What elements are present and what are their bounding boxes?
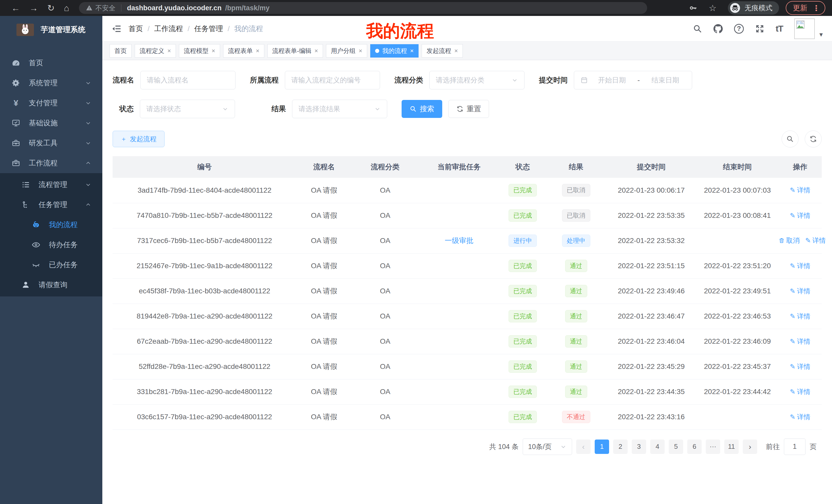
close-icon[interactable]: × xyxy=(359,48,362,54)
table-row: 819442e8-7b9a-11ec-a290-acde48001122 OA … xyxy=(113,304,822,329)
view-tab[interactable]: 发起流程 × xyxy=(422,44,463,58)
close-icon[interactable]: × xyxy=(167,48,171,54)
password-key-icon[interactable] xyxy=(689,4,698,12)
edit-icon: ✎ xyxy=(790,312,796,320)
sidebar-item-home[interactable]: 首页 xyxy=(0,53,102,73)
page-button[interactable]: 5 xyxy=(669,440,683,454)
sidebar-item-task-mgmt[interactable]: 任务管理 xyxy=(0,195,102,215)
avatar[interactable] xyxy=(794,19,815,39)
view-tab[interactable]: 流程模型 × xyxy=(179,44,220,58)
next-page-button[interactable]: › xyxy=(743,440,757,454)
browser-menu-icon[interactable]: ⋮ xyxy=(812,4,820,12)
logo-row[interactable]: 芋道管理系统 xyxy=(0,16,102,44)
status-select-input[interactable] xyxy=(146,105,220,113)
sidebar-item-system[interactable]: 系统管理 xyxy=(0,73,102,93)
process-def-field[interactable] xyxy=(285,71,380,89)
detail-link[interactable]: ✎ 详情 xyxy=(805,236,826,245)
page-button[interactable]: 6 xyxy=(687,440,702,454)
view-tab[interactable]: 用户分组 × xyxy=(326,44,367,58)
close-icon[interactable]: × xyxy=(410,48,414,54)
show-search-button[interactable] xyxy=(782,131,799,147)
page-button[interactable]: 3 xyxy=(632,440,646,454)
browser-update-button[interactable]: 更新 ⋮ xyxy=(786,1,825,15)
detail-link[interactable]: ✎ 详情 xyxy=(790,413,810,422)
help-icon[interactable]: ? xyxy=(734,24,744,34)
home-icon[interactable]: ⌂ xyxy=(64,4,70,12)
sidebar-item-done-tasks[interactable]: 已办任务 xyxy=(0,255,102,275)
cell-name: OA 请假 xyxy=(296,329,352,354)
start-process-button[interactable]: ＋ 发起流程 xyxy=(113,131,164,147)
breadcrumb-workflow[interactable]: 工作流程 xyxy=(154,24,183,34)
detail-link[interactable]: ✎ 详情 xyxy=(790,211,810,220)
breadcrumb-home[interactable]: 首页 xyxy=(129,24,143,34)
category-select[interactable] xyxy=(430,71,524,89)
sidebar-item-workflow[interactable]: 工作流程 xyxy=(0,153,102,173)
cell-end-time: 2022-01-22 23:49:51 xyxy=(696,278,779,304)
view-tab[interactable]: 流程定义 × xyxy=(135,44,176,58)
refresh-table-button[interactable] xyxy=(805,131,822,147)
page-button[interactable]: ··· xyxy=(706,440,720,454)
page-size-select[interactable]: 10条/页 xyxy=(523,439,572,455)
tab-label: 流程模型 xyxy=(184,47,209,55)
end-date-placeholder[interactable]: 结束日期 xyxy=(645,76,686,85)
bookmark-star-icon[interactable]: ☆ xyxy=(709,4,717,12)
forward-icon[interactable]: → xyxy=(29,4,38,12)
status-select[interactable] xyxy=(140,100,235,118)
detail-link[interactable]: ✎ 详情 xyxy=(790,186,810,195)
detail-link[interactable]: ✎ 详情 xyxy=(790,387,810,396)
sidebar-item-devtools[interactable]: 研发工具 xyxy=(0,133,102,153)
cell-category: OA xyxy=(352,379,419,404)
current-task-link[interactable]: 一级审批 xyxy=(445,236,474,245)
close-icon[interactable]: × xyxy=(212,48,215,54)
close-icon[interactable]: × xyxy=(314,48,318,54)
page-button[interactable]: 4 xyxy=(650,440,665,454)
page-button[interactable]: 11 xyxy=(724,440,739,454)
view-tab[interactable]: 我的流程 × xyxy=(370,44,419,58)
detail-link[interactable]: ✎ 详情 xyxy=(790,337,810,346)
page-button[interactable]: 2 xyxy=(613,440,628,454)
sidebar-collapse-icon[interactable] xyxy=(111,24,122,34)
sidebar-item-payment[interactable]: ¥ 支付管理 xyxy=(0,93,102,113)
view-tab[interactable]: 流程表单-编辑 × xyxy=(267,44,323,58)
process-def-input[interactable] xyxy=(291,76,373,84)
back-icon[interactable]: ← xyxy=(11,4,20,12)
warning-icon xyxy=(86,4,93,11)
detail-link[interactable]: ✎ 详情 xyxy=(790,362,810,371)
goto-page-input[interactable] xyxy=(784,439,806,455)
prev-page-button[interactable]: ‹ xyxy=(576,440,591,454)
cell-id: 7317cec6-7b9b-11ec-b5b7-acde48001122 xyxy=(113,228,296,253)
date-range-picker[interactable]: 开始日期 - 结束日期 xyxy=(574,71,692,89)
result-select[interactable] xyxy=(292,100,387,118)
process-name-field[interactable] xyxy=(140,71,235,89)
detail-link[interactable]: ✎ 详情 xyxy=(790,287,810,296)
breadcrumb-task-mgmt[interactable]: 任务管理 xyxy=(194,24,223,34)
search-icon[interactable] xyxy=(693,24,702,33)
sidebar-item-leave-query[interactable]: 请假查询 xyxy=(0,275,102,295)
close-icon[interactable]: × xyxy=(256,48,259,54)
result-select-input[interactable] xyxy=(298,105,372,113)
fullscreen-icon[interactable] xyxy=(755,24,764,33)
address-bar[interactable]: 不安全 dashboard.yudao.iocoder.cn/bpm/task/… xyxy=(79,2,647,14)
view-tab[interactable]: 流程表单 × xyxy=(223,44,264,58)
github-icon[interactable] xyxy=(713,24,723,33)
page-button[interactable]: 1 xyxy=(595,440,609,454)
view-tab[interactable]: 首页 xyxy=(109,44,132,58)
reload-icon[interactable]: ↻ xyxy=(47,4,55,12)
close-icon[interactable]: × xyxy=(454,48,458,54)
search-button[interactable]: 搜索 xyxy=(401,100,442,118)
process-name-input[interactable] xyxy=(147,76,229,84)
detail-link[interactable]: ✎ 详情 xyxy=(790,261,810,271)
sidebar-item-todo-tasks[interactable]: 待办任务 xyxy=(0,235,102,255)
font-size-icon[interactable]: tT xyxy=(776,24,783,34)
security-indicator[interactable]: 不安全 xyxy=(86,4,115,12)
detail-link[interactable]: ✎ 详情 xyxy=(790,312,810,321)
sidebar-item-my-process[interactable]: 我的流程 xyxy=(0,215,102,235)
start-date-placeholder[interactable]: 开始日期 xyxy=(592,76,632,85)
caret-down-icon[interactable]: ▾ xyxy=(820,31,823,38)
sidebar-item-infra[interactable]: 基础设施 xyxy=(0,113,102,133)
reset-button[interactable]: 重置 xyxy=(448,100,489,118)
category-select-input[interactable] xyxy=(436,76,509,84)
navbar: 首页 / 工作流程 / 任务管理 / 我的流程 ? tT xyxy=(102,16,832,41)
sidebar-item-process-mgmt[interactable]: 流程管理 xyxy=(0,175,102,195)
cancel-link[interactable]: 取消 xyxy=(779,236,800,245)
